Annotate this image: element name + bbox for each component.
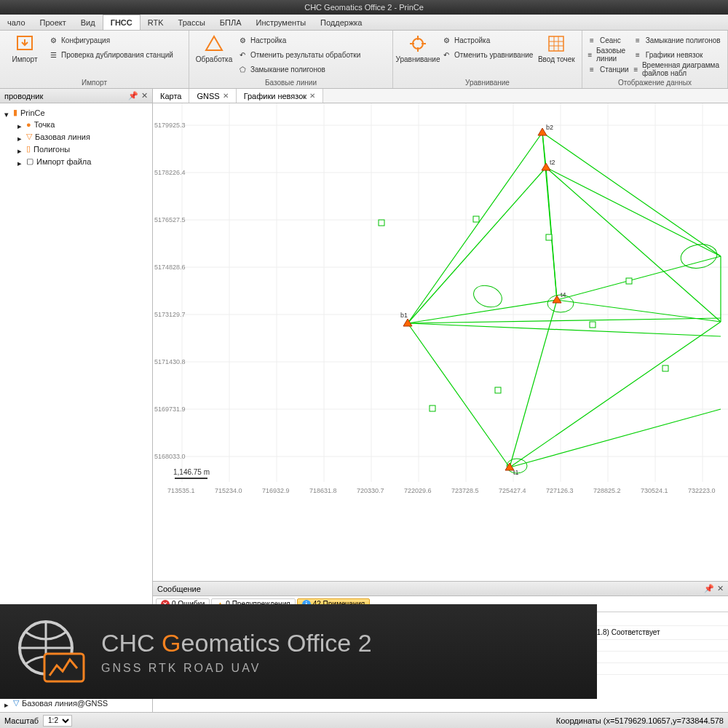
adjust-settings-button[interactable]: ⚙Настройка bbox=[441, 33, 533, 47]
svg-text:728825.2: 728825.2 bbox=[593, 487, 621, 494]
explorer-header: проводник 📌 ✕ bbox=[0, 89, 152, 103]
svg-text:b1: b1 bbox=[400, 312, 408, 319]
polygon-closure-button[interactable]: ≡Замыкание полигонов bbox=[633, 33, 723, 47]
undo-icon: ↶ bbox=[237, 50, 248, 60]
config-button[interactable]: ⚙Конфигурация bbox=[48, 33, 173, 47]
project-tree[interactable]: ▾▮PrinCe ▸●Точка ▸▽Базовая линия ▸▯Полиг… bbox=[0, 103, 152, 652]
menu-bpla[interactable]: БПЛА bbox=[213, 15, 249, 30]
lines-icon: ≡ bbox=[587, 50, 593, 60]
session-button[interactable]: ≡Сеанс bbox=[587, 33, 630, 47]
svg-rect-68 bbox=[590, 322, 596, 328]
svg-text:722029.6: 722029.6 bbox=[404, 487, 432, 494]
close-icon[interactable]: ✕ bbox=[223, 92, 229, 100]
menu-gnss[interactable]: ГНСС bbox=[103, 15, 141, 30]
tab-gnss[interactable]: GNSS✕ bbox=[189, 89, 236, 103]
chevron-right-icon[interactable]: ▸ bbox=[17, 122, 23, 127]
svg-text:732223.0: 732223.0 bbox=[688, 487, 716, 494]
product-overlay: CHC Geomatics Office 2 GNSS RTK ROAD UAV bbox=[0, 604, 597, 699]
menu-instrumenty[interactable]: Инструменты bbox=[248, 15, 313, 30]
pin-icon[interactable]: 📌 bbox=[704, 584, 714, 593]
svg-line-43 bbox=[408, 132, 542, 323]
polygon-icon: ▯ bbox=[26, 144, 31, 154]
svg-text:713535.1: 713535.1 bbox=[167, 487, 195, 494]
adjust-button[interactable]: Уравнивание bbox=[397, 33, 438, 63]
close-icon[interactable]: ✕ bbox=[141, 91, 148, 100]
lines-icon: ≡ bbox=[633, 35, 643, 45]
lines-icon: ≡ bbox=[633, 64, 639, 74]
svg-line-54 bbox=[546, 167, 721, 322]
svg-text:5176527.5: 5176527.5 bbox=[154, 216, 186, 223]
menu-trassy[interactable]: Трассы bbox=[171, 15, 213, 30]
status-bar: Масштаб 1:2 Координаты (x=5179629.10657,… bbox=[0, 712, 728, 728]
close-polygons-button[interactable]: ⬠Замыкание полигонов bbox=[237, 63, 360, 76]
svg-text:5179925.3: 5179925.3 bbox=[154, 122, 186, 129]
menu-proekt[interactable]: Проект bbox=[33, 15, 74, 30]
gear-icon: ⚙ bbox=[441, 35, 451, 45]
menu-bar: чало Проект Вид ГНСС RTK Трассы БПЛА Инс… bbox=[0, 15, 728, 31]
scale-select[interactable]: 1:2 bbox=[43, 715, 72, 727]
import-button[interactable]: Импорт bbox=[4, 33, 45, 63]
svg-text:5169731.9: 5169731.9 bbox=[154, 405, 186, 413]
triangle-icon bbox=[204, 33, 224, 54]
svg-rect-66 bbox=[473, 216, 479, 222]
process-button[interactable]: Обработка bbox=[194, 33, 234, 63]
chevron-right-icon[interactable]: ▸ bbox=[17, 146, 23, 152]
lines-icon: ≡ bbox=[633, 50, 643, 60]
chevron-right-icon[interactable]: ▸ bbox=[17, 159, 23, 165]
map-svg: 5179925.3 5178226.4 5176527.5 5174828.6 … bbox=[153, 103, 728, 511]
folder-icon: ▮ bbox=[13, 108, 17, 117]
time-diagram-button[interactable]: ≡Временная диаграмма файлов набл bbox=[633, 63, 723, 76]
svg-line-53 bbox=[546, 167, 721, 256]
scale-label: Масштаб bbox=[4, 716, 39, 725]
chevron-down-icon[interactable]: ▾ bbox=[4, 110, 10, 116]
svg-line-46 bbox=[408, 323, 510, 467]
svg-text:730524.1: 730524.1 bbox=[641, 487, 668, 494]
ribbon-group-import: Импорт ⚙Конфигурация ☰Проверка дублирова… bbox=[0, 31, 189, 88]
close-icon[interactable]: ✕ bbox=[717, 584, 724, 593]
svg-text:723728.5: 723728.5 bbox=[451, 487, 479, 494]
stations-button[interactable]: ≡Станции bbox=[587, 63, 630, 76]
map-tabs: Карта GNSS✕ Графики невязок✕ bbox=[153, 89, 728, 103]
svg-line-51 bbox=[542, 132, 721, 256]
baseline-icon: ▽ bbox=[26, 132, 32, 141]
svg-rect-69 bbox=[626, 278, 632, 284]
svg-rect-2 bbox=[549, 36, 563, 51]
ribbon-group-display: ≡Сеанс ≡Базовые линии ≡Станции ≡Замыкани… bbox=[582, 31, 728, 88]
svg-point-1 bbox=[413, 39, 423, 49]
app-title: CHC Geomatics Office 2 - PrinCe bbox=[304, 3, 424, 12]
svg-text:715234.0: 715234.0 bbox=[215, 487, 242, 494]
svg-text:5174828.6: 5174828.6 bbox=[154, 264, 186, 271]
menu-vid[interactable]: Вид bbox=[74, 15, 103, 30]
baselines-button[interactable]: ≡Базовые линии bbox=[587, 48, 630, 61]
enter-points-button[interactable]: Ввод точек bbox=[536, 33, 577, 63]
undo-results-button[interactable]: ↶Отменить результаты обработки bbox=[237, 48, 360, 61]
menu-podderzhka[interactable]: Поддержка bbox=[313, 15, 369, 30]
svg-text:720330.7: 720330.7 bbox=[357, 487, 384, 494]
svg-line-55 bbox=[557, 256, 721, 300]
undo-adjust-button[interactable]: ↶Отменить уравнивание bbox=[441, 48, 533, 61]
residual-plots-button[interactable]: ≡Графики невязок bbox=[633, 48, 723, 61]
svg-rect-65 bbox=[379, 220, 384, 226]
close-icon[interactable]: ✕ bbox=[309, 92, 315, 100]
menu-nachalo[interactable]: чало bbox=[0, 15, 33, 30]
svg-rect-71 bbox=[430, 405, 435, 411]
svg-point-63 bbox=[679, 242, 719, 271]
pin-icon[interactable]: 📌 bbox=[128, 91, 138, 100]
gear-icon: ⚙ bbox=[237, 35, 248, 45]
map-canvas[interactable]: 5179925.3 5178226.4 5176527.5 5174828.6 … bbox=[153, 103, 728, 581]
svg-text:716932.9: 716932.9 bbox=[262, 487, 290, 494]
svg-text:5171430.8: 5171430.8 bbox=[154, 358, 186, 365]
svg-line-48 bbox=[408, 323, 721, 336]
check-dup-stations-button[interactable]: ☰Проверка дублирования станций bbox=[48, 48, 173, 61]
globe-icon bbox=[7, 615, 91, 688]
settings-button[interactable]: ⚙Настройка bbox=[237, 33, 360, 47]
tab-grafiki[interactable]: Графики невязок✕ bbox=[237, 89, 324, 103]
stack-icon: ☰ bbox=[48, 50, 58, 60]
chevron-right-icon[interactable]: ▸ bbox=[17, 134, 23, 140]
undo-icon: ↶ bbox=[441, 50, 451, 60]
svg-text:5178226.4: 5178226.4 bbox=[154, 169, 186, 176]
menu-rtk[interactable]: RTK bbox=[141, 15, 171, 30]
target-icon bbox=[408, 33, 428, 54]
svg-line-57 bbox=[510, 300, 557, 467]
tab-karta[interactable]: Карта bbox=[153, 89, 189, 103]
